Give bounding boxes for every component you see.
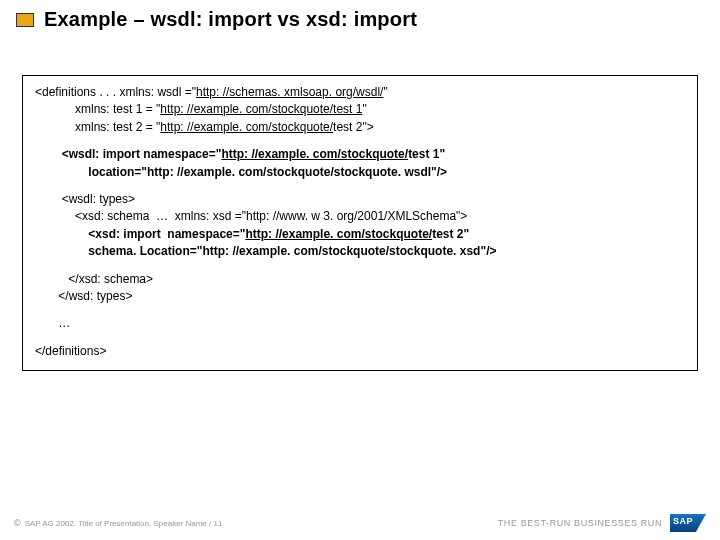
title-bullet-icon <box>16 13 34 27</box>
code-example-box: <definitions . . . xmlns: wsdl ="http: /… <box>22 75 698 371</box>
footer-left: © SAP AG 2002, Title of Presentation, Sp… <box>14 518 222 528</box>
code-line: … <box>35 315 685 332</box>
slide-title: Example – wsdl: import vs xsd: import <box>44 8 417 31</box>
code-line: schema. Location="http: //example. com/s… <box>35 243 685 260</box>
copyright-icon: © <box>14 518 21 528</box>
footer-tagline: THE BEST-RUN BUSINESSES RUN <box>498 518 662 528</box>
code-line: </definitions> <box>35 343 685 360</box>
footer-right: THE BEST-RUN BUSINESSES RUN <box>498 514 706 532</box>
sap-logo-icon <box>670 514 706 532</box>
code-line: <wsdl: import namespace="http: //example… <box>35 146 685 163</box>
code-line: xmlns: test 1 = "http: //example. com/st… <box>35 101 685 118</box>
code-line: <xsd: import namespace="http: //example.… <box>35 226 685 243</box>
slide-header: Example – wsdl: import vs xsd: import <box>0 0 720 39</box>
footer-text: SAP AG 2002, Title of Presentation, Spea… <box>25 519 223 528</box>
code-line: <definitions . . . xmlns: wsdl ="http: /… <box>35 84 685 101</box>
code-line: </xsd: schema> <box>35 271 685 288</box>
code-line: xmlns: test 2 = "http: //example. com/st… <box>35 119 685 136</box>
code-line: location="http: //example. com/stockquot… <box>35 164 685 181</box>
code-line: <wsdl: types> <box>35 191 685 208</box>
code-line: <xsd: schema … xmlns: xsd ="http: //www.… <box>35 208 685 225</box>
slide-footer: © SAP AG 2002, Title of Presentation, Sp… <box>0 514 720 532</box>
code-line: </wsd: types> <box>35 288 685 305</box>
